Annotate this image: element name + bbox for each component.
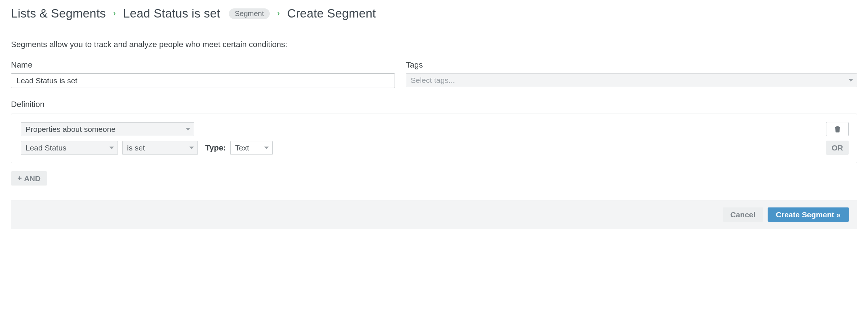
name-label: Name [11,60,395,70]
and-label: AND [24,174,41,183]
chevron-right-icon: › [112,9,116,18]
definition-card: Properties about someone Lead Status is … [11,114,857,163]
caret-down-icon [110,146,114,149]
caret-down-icon [849,79,853,82]
plus-icon: + [18,174,22,183]
caret-down-icon [186,128,190,130]
property-value: Lead Status [26,144,66,152]
condition-type-value: Properties about someone [26,125,115,134]
name-input[interactable] [11,73,395,88]
caret-down-icon [264,146,269,149]
type-select[interactable]: Text [230,141,273,155]
breadcrumb-segment[interactable]: Lead Status is set [123,7,220,20]
delete-condition-button[interactable] [826,122,849,136]
and-button[interactable]: + AND [11,171,47,186]
segment-badge: Segment [229,8,270,19]
tags-placeholder: Select tags... [411,76,455,85]
operator-value: is set [127,144,145,152]
condition-type-select[interactable]: Properties about someone [21,122,194,136]
create-segment-button[interactable]: Create Segment » [768,207,849,222]
operator-select[interactable]: is set [122,141,198,155]
cancel-button[interactable]: Cancel [723,207,763,222]
trash-icon [835,126,840,133]
footer-bar: Cancel Create Segment » [11,200,857,229]
intro-text: Segments allow you to track and analyze … [11,40,857,49]
breadcrumb: Lists & Segments › Lead Status is set Se… [0,0,868,30]
definition-label: Definition [11,100,857,109]
tags-select[interactable]: Select tags... [406,73,857,87]
property-select[interactable]: Lead Status [21,141,118,155]
breadcrumb-current: Create Segment [287,7,376,20]
caret-down-icon [189,146,194,149]
type-value: Text [235,144,249,152]
chevron-right-icon: › [276,9,280,18]
tags-label: Tags [406,60,857,70]
type-label: Type: [202,143,226,153]
breadcrumb-root[interactable]: Lists & Segments [11,7,106,20]
or-button[interactable]: OR [826,141,849,155]
